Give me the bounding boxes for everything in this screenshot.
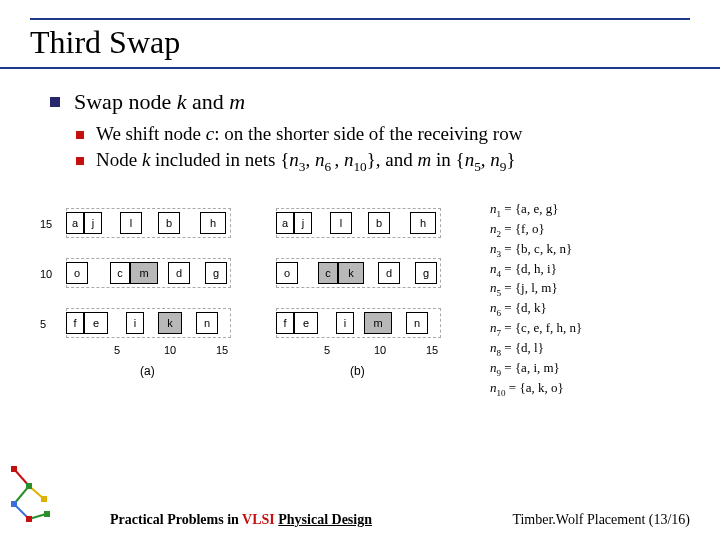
- node-k: k: [338, 262, 364, 284]
- txt: in {: [431, 149, 464, 170]
- sub: 6: [324, 159, 334, 174]
- node-m: m: [130, 262, 158, 284]
- var-m: m: [418, 149, 432, 170]
- net: n: [315, 149, 325, 170]
- x-tick: 10: [374, 344, 386, 356]
- sub-bullet-text: Node k included in nets {n3, n6 , n10}, …: [96, 149, 516, 175]
- svg-rect-5: [11, 466, 17, 472]
- sub-bullet-text: We shift node c: on the shorter side of …: [96, 123, 522, 145]
- node: o: [276, 262, 298, 284]
- node: g: [205, 262, 227, 284]
- txt: Node: [96, 149, 142, 170]
- txt: and: [186, 89, 229, 114]
- txt: }: [506, 149, 515, 170]
- node: i: [126, 312, 144, 334]
- node: d: [168, 262, 190, 284]
- node: f: [66, 312, 84, 334]
- svg-rect-7: [11, 501, 17, 507]
- footer-right: Timber.Wolf Placement (13/16): [512, 512, 690, 528]
- node: g: [415, 262, 437, 284]
- node: e: [294, 312, 318, 334]
- main-bullet: Swap node k and m: [50, 89, 680, 115]
- y-tick: 5: [40, 318, 46, 330]
- y-tick: 15: [40, 218, 52, 230]
- net-row: n6 = {d, k}: [490, 299, 582, 319]
- sub: 5: [474, 159, 481, 174]
- txt: included in nets {: [150, 149, 289, 170]
- node: l: [120, 212, 142, 234]
- txt: Swap node: [74, 89, 177, 114]
- node: b: [158, 212, 180, 234]
- svg-rect-8: [41, 496, 47, 502]
- net-row: n10 = {a, k, o}: [490, 379, 582, 399]
- net-row: n8 = {d, l}: [490, 339, 582, 359]
- txt: Practical Problems in: [110, 512, 242, 527]
- net-row: n7 = {c, e, f, h, n}: [490, 319, 582, 339]
- node: n: [196, 312, 218, 334]
- netlist: n1 = {a, e, g} n2 = {f, o} n3 = {b, c, k…: [490, 200, 582, 399]
- txt: ,: [481, 149, 491, 170]
- title-underline: [0, 67, 720, 69]
- content-area: Swap node k and m We shift node c: on th…: [50, 89, 680, 175]
- x-tick: 5: [324, 344, 330, 356]
- txt: ,: [305, 149, 315, 170]
- node: f: [276, 312, 294, 334]
- node: j: [84, 212, 102, 234]
- x-tick: 15: [216, 344, 228, 356]
- node-m: m: [364, 312, 392, 334]
- var-m: m: [229, 89, 245, 114]
- sub-bullet-icon: [76, 131, 84, 139]
- txt: We shift node: [96, 123, 206, 144]
- node: a: [276, 212, 294, 234]
- footer: Practical Problems in VLSI Physical Desi…: [0, 512, 720, 528]
- sub-bullet-icon: [76, 157, 84, 165]
- net-row: n2 = {f, o}: [490, 220, 582, 240]
- node: j: [294, 212, 312, 234]
- phys-label: Physical Design: [278, 512, 372, 527]
- sub-bullets: We shift node c: on the shorter side of …: [76, 123, 680, 175]
- svg-rect-6: [26, 483, 32, 489]
- net: n: [465, 149, 475, 170]
- x-tick: 10: [164, 344, 176, 356]
- net-row: n9 = {a, i, m}: [490, 359, 582, 379]
- node-c: c: [318, 262, 338, 284]
- x-tick: 15: [426, 344, 438, 356]
- txt: }, and: [367, 149, 418, 170]
- x-tick: 5: [114, 344, 120, 356]
- vlsi-label: VLSI: [242, 512, 275, 527]
- var-k: k: [177, 89, 187, 114]
- var-c: c: [206, 123, 214, 144]
- node: n: [406, 312, 428, 334]
- node: e: [84, 312, 108, 334]
- sub-bullet: Node k included in nets {n3, n6 , n10}, …: [76, 149, 680, 175]
- node: c: [110, 262, 130, 284]
- node: b: [368, 212, 390, 234]
- txt: ,: [334, 149, 344, 170]
- net-row: n4 = {d, h, i}: [490, 260, 582, 280]
- diagram-area: 15 10 5 a j l b h o c m d g f e i k n 5 …: [40, 200, 680, 430]
- y-tick: 10: [40, 268, 52, 280]
- sub-bullet: We shift node c: on the shorter side of …: [76, 123, 680, 145]
- net-row: n5 = {j, l, m}: [490, 279, 582, 299]
- node: i: [336, 312, 354, 334]
- caption-b: (b): [350, 364, 365, 378]
- page-title: Third Swap: [30, 24, 690, 67]
- net-row: n3 = {b, c, k, n}: [490, 240, 582, 260]
- node: a: [66, 212, 84, 234]
- bullet-icon: [50, 97, 60, 107]
- node: h: [410, 212, 436, 234]
- node: h: [200, 212, 226, 234]
- node: d: [378, 262, 400, 284]
- main-bullet-text: Swap node k and m: [74, 89, 245, 115]
- net-row: n1 = {a, e, g}: [490, 200, 582, 220]
- node: l: [330, 212, 352, 234]
- caption-a: (a): [140, 364, 155, 378]
- net: n: [344, 149, 354, 170]
- node-k: k: [158, 312, 182, 334]
- sub: 10: [353, 159, 366, 174]
- net: n: [289, 149, 299, 170]
- node: o: [66, 262, 88, 284]
- txt: : on the shorter side of the receiving r…: [214, 123, 522, 144]
- net: n: [490, 149, 500, 170]
- footer-left: Practical Problems in VLSI Physical Desi…: [110, 512, 372, 528]
